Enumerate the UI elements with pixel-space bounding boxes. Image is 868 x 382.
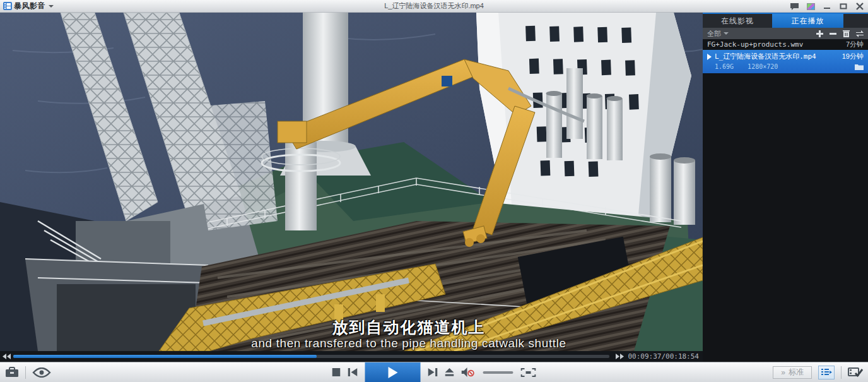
media-manager-icon[interactable] <box>848 367 863 378</box>
toolbox-icon[interactable] <box>5 367 19 378</box>
add-item-icon[interactable] <box>816 30 823 37</box>
eye-protection-icon[interactable] <box>32 367 51 378</box>
subtitle-chinese: 放到自动化猫道机上 <box>115 317 703 338</box>
volume-slider[interactable] <box>483 371 513 374</box>
window-title: L_辽宁陆海设备汉语无水印.mp4 <box>0 1 868 11</box>
playlist-item-selected[interactable]: L_辽宁陆海设备汉语无水印.mp4 19分钟 1.69G 1280×720 <box>703 50 868 73</box>
seek-bar[interactable] <box>13 355 609 358</box>
control-bar: » 标准 <box>0 362 868 382</box>
playlist-toggle-button[interactable] <box>818 366 835 379</box>
tab-now-playing[interactable]: 正在播放 <box>772 14 843 28</box>
player-window: 暴风影音 L_辽宁陆海设备汉语无水印.mp4 <box>0 0 868 382</box>
rewind-icon[interactable] <box>0 354 13 359</box>
play-icon <box>388 367 397 378</box>
delete-icon[interactable] <box>843 30 850 37</box>
standard-arrows: » <box>781 368 785 377</box>
file-resolution: 1280×720 <box>748 63 778 70</box>
titlebar: 暴风影音 L_辽宁陆海设备汉语无水印.mp4 <box>0 0 868 13</box>
feedback-icon[interactable] <box>789 2 800 11</box>
filter-all-dropdown[interactable]: 全部 <box>707 29 729 39</box>
playlist-panel: 在线影视 正在播放 全部 <box>703 13 868 362</box>
sort-icon[interactable] <box>856 30 864 37</box>
file-size: 1.69G <box>715 63 734 70</box>
next-button[interactable] <box>428 368 438 376</box>
skin-icon[interactable] <box>805 2 816 11</box>
minimize-button[interactable] <box>821 2 833 11</box>
standard-mode-button[interactable]: » 标准 <box>773 366 812 379</box>
close-button[interactable] <box>854 2 865 11</box>
progress-strip: 00:09:37/00:18:54 <box>0 351 703 362</box>
fast-forward-icon[interactable] <box>613 354 626 359</box>
divider <box>841 366 842 379</box>
maximize-button[interactable] <box>838 2 849 11</box>
playlist-item-duration: 19分钟 <box>842 52 864 61</box>
standard-label: 标准 <box>789 367 804 378</box>
panel-filter-row: 全部 <box>703 28 868 39</box>
playlist-item[interactable]: FG+Jack-up+products.wmv 7分钟 <box>703 39 868 50</box>
tab-online-video[interactable]: 在线影视 <box>703 14 772 28</box>
video-frame-scene <box>0 13 703 351</box>
playlist: FG+Jack-up+products.wmv 7分钟 L_辽宁陆海设备汉语无水… <box>703 39 868 73</box>
video-viewport[interactable]: 放到自动化猫道机上 and then transfered to the pip… <box>0 13 703 351</box>
stop-button[interactable] <box>332 368 341 376</box>
fullscreen-icon[interactable] <box>521 368 536 377</box>
playlist-item-name: FG+Jack-up+products.wmv <box>707 40 803 49</box>
skin-swatch <box>807 3 815 10</box>
now-playing-icon <box>707 54 712 60</box>
mute-icon[interactable] <box>462 367 476 377</box>
playlist-item-name: L_辽宁陆海设备汉语无水印.mp4 <box>715 52 816 61</box>
progress-fill <box>13 355 317 358</box>
open-folder-icon[interactable] <box>855 64 864 70</box>
play-button[interactable] <box>365 362 421 382</box>
subtitle-english: and then transfered to the pipe handling… <box>115 337 703 350</box>
time-display: 00:09:37/00:18:54 <box>626 352 703 361</box>
eject-button[interactable] <box>445 368 454 376</box>
playlist-item-duration: 7分钟 <box>846 40 864 49</box>
chevron-down-icon <box>724 32 729 35</box>
divider <box>25 366 26 379</box>
panel-tabs: 在线影视 正在播放 <box>703 14 868 28</box>
filter-all-label: 全部 <box>707 29 721 39</box>
subtitle-overlay: 放到自动化猫道机上 and then transfered to the pip… <box>0 317 703 350</box>
remove-item-icon[interactable] <box>830 30 836 37</box>
previous-button[interactable] <box>348 368 358 376</box>
